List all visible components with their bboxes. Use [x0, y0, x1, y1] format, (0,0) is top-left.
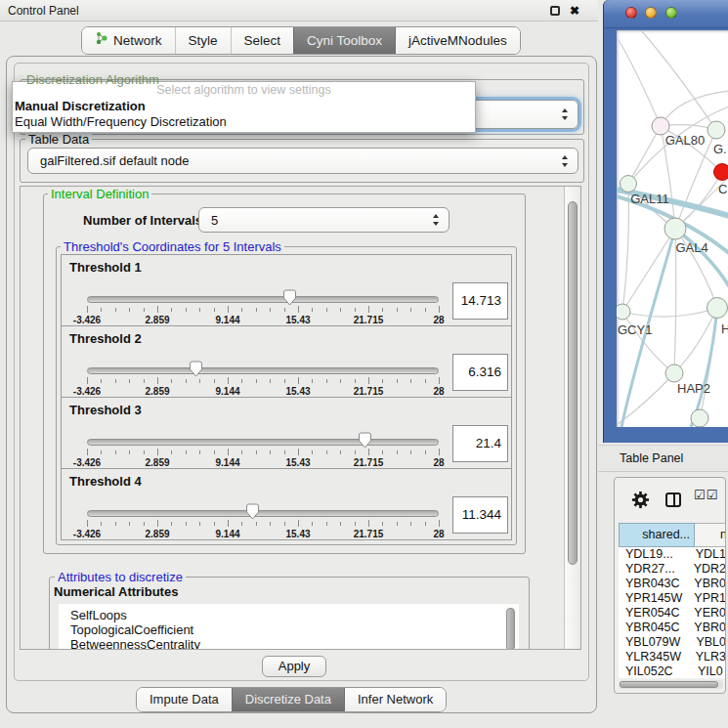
tick-mark: [256, 379, 257, 383]
slider-track[interactable]: [87, 439, 439, 446]
table-row[interactable]: YLR345WYLR3: [619, 650, 726, 664]
table-row[interactable]: YPR145WYPR1: [619, 591, 726, 606]
table-row[interactable]: YBR043CYBR0: [619, 577, 726, 591]
tick-label: -3.426: [73, 386, 101, 397]
tick-label: 21.715: [354, 529, 384, 539]
tab-style[interactable]: Style: [175, 27, 231, 54]
table-row[interactable]: YDL19...YDL1: [619, 547, 726, 562]
tick-mark: [101, 450, 102, 454]
tick-mark: [284, 450, 285, 454]
numerical-attributes-list[interactable]: SelfLoopsTopologicalCoefficientBetweenne…: [59, 604, 504, 650]
tick-mark: [425, 450, 426, 454]
cell-shared-name: YER054C: [619, 606, 692, 621]
tick-mark: [340, 308, 341, 312]
float-window-icon[interactable]: [550, 6, 560, 16]
checkbox-checked-icons[interactable]: ☑☑: [694, 488, 718, 502]
tab-jactivemnodules[interactable]: jActiveMNodules: [395, 27, 520, 54]
network-edge-highlighted[interactable]: [675, 229, 728, 286]
tick-label: 21.715: [354, 386, 384, 397]
network-edge[interactable]: [622, 229, 675, 312]
threshold-slider[interactable]: -3.4262.8599.14415.4321.71528: [87, 360, 439, 399]
split-view-icon[interactable]: [665, 492, 681, 507]
cell-shared-name: YDR27...: [619, 562, 692, 577]
table-row[interactable]: YBR045CYBR0: [619, 621, 726, 635]
tab-cyni-toolbox[interactable]: Cyni Toolbox: [293, 27, 395, 54]
scrollbar-thumb[interactable]: [506, 608, 515, 650]
network-edge[interactable]: [619, 40, 661, 126]
network-edge[interactable]: [622, 308, 717, 317]
slider-track[interactable]: [87, 367, 439, 374]
cell-shared-name: YLR345W: [619, 650, 694, 664]
network-edge[interactable]: [661, 91, 728, 126]
column-header-shared-name[interactable]: shared...: [619, 523, 695, 547]
threshold-slider[interactable]: -3.4262.8599.14415.4321.71528: [87, 288, 439, 327]
slider-track[interactable]: [87, 296, 439, 303]
minimize-light-yellow-icon[interactable]: [645, 7, 657, 19]
tick-mark: [382, 308, 383, 312]
threshold-value-field[interactable]: 11.344: [452, 496, 508, 534]
table-row[interactable]: YDR27...YDR2: [619, 562, 726, 577]
list-item-topologicalcoefficient[interactable]: TopologicalCoefficient: [70, 622, 504, 637]
tick-mark: [101, 308, 102, 312]
number-of-intervals-label: Number of Intervals: [83, 213, 202, 228]
zoom-light-green-icon[interactable]: [665, 7, 677, 19]
network-node-hap2[interactable]: [665, 364, 683, 382]
threshold-slider[interactable]: -3.4262.8599.14415.4321.71528: [87, 431, 439, 470]
network-edge[interactable]: [617, 373, 674, 425]
tab-impute-data[interactable]: Impute Data: [137, 688, 232, 711]
threshold-value-field[interactable]: 14.713: [452, 282, 508, 320]
network-node-gcy1[interactable]: [617, 304, 630, 320]
tab-discretize-data[interactable]: Discretize Data: [232, 688, 344, 711]
cell-name: YBR0: [692, 577, 726, 591]
list-item-betweennesscentrality[interactable]: BetweennessCentrality: [70, 637, 504, 650]
apply-button[interactable]: Apply: [262, 656, 326, 677]
tab-select[interactable]: Select: [231, 27, 294, 54]
column-header-name[interactable]: na: [695, 523, 726, 547]
tick-mark: [115, 522, 116, 526]
tick-mark: [157, 449, 158, 455]
number-of-intervals-combobox[interactable]: 5: [198, 207, 450, 233]
slider-track[interactable]: [87, 510, 439, 517]
table-horizontal-scrollbar[interactable]: [619, 680, 723, 689]
table-header-row: shared... na: [619, 523, 726, 547]
network-node-g-[interactable]: [707, 121, 725, 139]
scrollbar-thumb[interactable]: [620, 681, 718, 688]
tab-label: Discretize Data: [245, 688, 331, 711]
table-row[interactable]: YIL052CYIL0: [619, 664, 726, 678]
tab-label: Select: [244, 27, 281, 54]
network-node[interactable]: [691, 409, 708, 427]
network-canvas[interactable]: GAL80G.CGAL11GAL4GCY1HHAP2: [617, 30, 728, 427]
network-edge[interactable]: [641, 30, 716, 130]
list-item-selfloops[interactable]: SelfLoops: [70, 608, 504, 622]
network-edge-highlighted[interactable]: [691, 308, 717, 427]
threshold-value-field[interactable]: 21.4: [452, 425, 508, 462]
tick-mark: [312, 308, 313, 312]
tab-infer-network[interactable]: Infer Network: [344, 688, 446, 711]
popup-option-equal-width-frequency-discretization[interactable]: Equal Width/Frequency Discretization: [13, 114, 475, 130]
threshold-slider[interactable]: -3.4262.8599.14415.4321.71528: [87, 502, 439, 541]
attributes-list-scrollbar[interactable]: [504, 604, 519, 650]
tick-mark: [312, 450, 313, 454]
gear-icon[interactable]: [631, 491, 650, 513]
network-node-gal11[interactable]: [621, 176, 637, 193]
tick-mark: [214, 308, 215, 312]
tab-network[interactable]: Network: [82, 27, 175, 54]
network-edge[interactable]: [622, 184, 628, 312]
settings-vertical-scrollbar[interactable]: [564, 187, 580, 649]
table-row[interactable]: YBL079WYBL0: [619, 635, 726, 650]
close-light-red-icon[interactable]: [625, 7, 637, 19]
network-node-gal4[interactable]: [664, 218, 686, 239]
network-node-h[interactable]: [707, 298, 728, 319]
popup-option-manual-discretization[interactable]: Manual Discretization: [13, 99, 475, 114]
tick-mark: [256, 308, 257, 312]
table-data-combobox[interactable]: galFiltered.sif default node: [27, 148, 578, 174]
tick-label: 2.859: [145, 529, 169, 539]
cell-name: YDR2: [692, 562, 726, 577]
tick-mark: [298, 520, 299, 527]
network-node-c[interactable]: [714, 164, 728, 181]
network-edge[interactable]: [674, 308, 717, 373]
threshold-value-field[interactable]: 6.316: [452, 354, 508, 391]
scrollbar-thumb[interactable]: [568, 201, 578, 565]
close-icon[interactable]: ✖: [570, 0, 579, 21]
table-row[interactable]: YER054CYER0: [619, 606, 726, 621]
